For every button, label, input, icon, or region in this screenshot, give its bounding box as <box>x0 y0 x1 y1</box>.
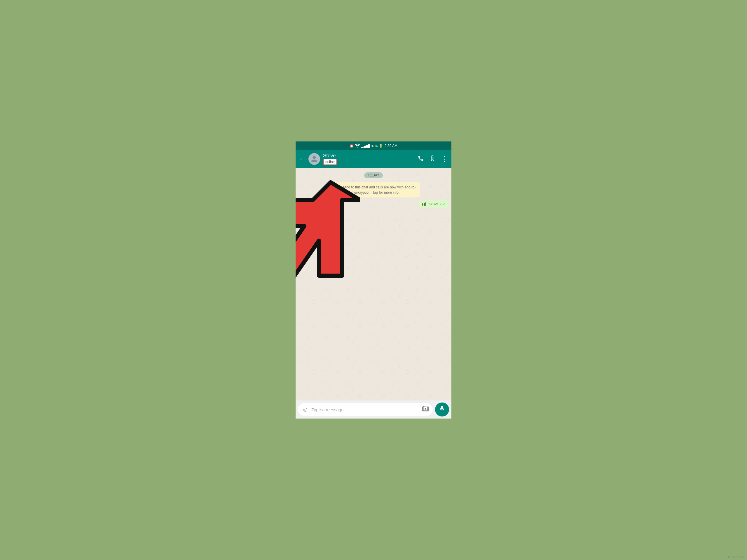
phone-container: ⏰ ▂▄▆█ 47% 🔋 2:39 AM ← Steve online <box>295 141 452 419</box>
online-badge-wrapper: online <box>323 159 415 165</box>
online-status-badge: online <box>323 159 337 165</box>
status-time: 2:39 AM <box>385 144 397 148</box>
more-options-button[interactable]: ⋮ <box>441 156 448 162</box>
chat-area: TODAY es you send to this chat and calls… <box>295 168 452 400</box>
avatar-icon <box>310 155 318 163</box>
contact-name: Steve <box>323 153 415 159</box>
mic-icon <box>439 405 445 414</box>
input-bar: ☺ Type a message <box>295 400 452 419</box>
call-button[interactable] <box>417 155 424 163</box>
battery-icon: 🔋 <box>379 144 383 148</box>
emoji-button[interactable]: ☺ <box>302 406 308 413</box>
battery-percent: 47% <box>371 144 378 148</box>
status-bar-icons: ⏰ ▂▄▆█ 47% 🔋 <box>350 143 383 148</box>
mic-button[interactable] <box>435 402 449 417</box>
message-time: 2:36 AM <box>428 203 438 206</box>
message-text: Hi <box>422 202 426 207</box>
status-bar: ⏰ ▂▄▆█ 47% 🔋 2:39 AM <box>295 141 452 150</box>
chat-header: ← Steve online <box>295 150 452 168</box>
encryption-notice[interactable]: es you send to this chat and calls are n… <box>327 182 420 197</box>
watermark: fitostic.com <box>728 555 744 559</box>
message-input-field[interactable]: ☺ Type a message <box>298 403 433 416</box>
chat-messages: TODAY es you send to this chat and calls… <box>295 168 452 211</box>
avatar[interactable] <box>308 153 320 165</box>
wifi-icon <box>355 143 360 148</box>
message-meta: 2:36 AM ✓✓ <box>428 202 445 206</box>
message-placeholder: Type a message <box>311 407 419 412</box>
message-ticks: ✓✓ <box>439 202 445 206</box>
alarm-icon: ⏰ <box>350 144 354 148</box>
back-button[interactable]: ← <box>299 155 306 163</box>
message-bubble-sent: Hi 2:36 AM ✓✓ <box>419 200 448 208</box>
date-badge: TODAY <box>364 172 383 178</box>
contact-info: Steve online <box>323 153 415 165</box>
attach-button[interactable] <box>429 155 436 163</box>
signal-strength-icon: ▂▄▆█ <box>361 144 370 148</box>
header-icons: ⋮ <box>417 155 448 163</box>
camera-button[interactable] <box>422 406 429 414</box>
